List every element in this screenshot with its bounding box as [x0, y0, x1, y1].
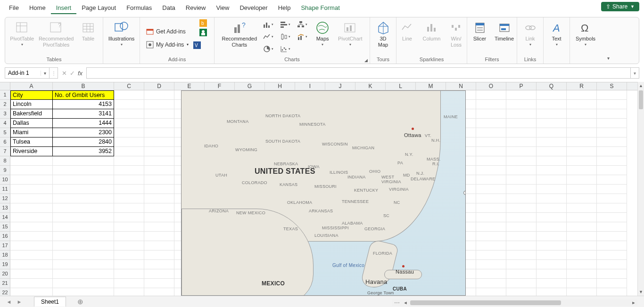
cell-B8[interactable]: [53, 156, 114, 166]
menu-formulas[interactable]: Formulas: [121, 1, 157, 14]
text-button[interactable]: A Text ▾: [546, 19, 568, 48]
get-addins-button[interactable]: Get Add-ins: [144, 26, 188, 37]
menu-shape-format[interactable]: Shape Format: [296, 1, 345, 14]
cell-P22[interactable]: [506, 288, 537, 296]
column-header-M[interactable]: M: [416, 82, 446, 90]
menu-page-layout[interactable]: Page Layout: [76, 1, 121, 14]
column-header-R[interactable]: R: [567, 82, 597, 90]
cell-R18[interactable]: [567, 250, 597, 260]
sparkline-winloss-button[interactable]: Win/ Loss: [446, 19, 467, 49]
add-sheet-button[interactable]: ⊕: [77, 298, 83, 306]
cell-S4[interactable]: [597, 119, 627, 128]
cell-P10[interactable]: [506, 175, 537, 185]
cell-B6[interactable]: 2840: [53, 137, 114, 147]
cell-D7[interactable]: [144, 147, 174, 156]
row-header-5[interactable]: 5: [0, 128, 10, 137]
row-header-3[interactable]: 3: [0, 109, 10, 119]
cell-R10[interactable]: [567, 175, 597, 185]
cell-D19[interactable]: [144, 260, 174, 269]
cell-D17[interactable]: [144, 241, 174, 250]
row-header-12[interactable]: 12: [0, 194, 10, 203]
cell-S15[interactable]: [597, 222, 627, 232]
column-header-K[interactable]: K: [355, 82, 386, 90]
row-header-22[interactable]: 22: [0, 288, 10, 296]
share-button[interactable]: ⇪ Share ▼: [601, 2, 639, 11]
cell-A5[interactable]: Miami: [10, 128, 53, 137]
cell-R4[interactable]: [567, 119, 597, 128]
sheet-tab[interactable]: Sheet1: [34, 297, 66, 307]
cell-Q14[interactable]: [537, 213, 567, 222]
row-header-14[interactable]: 14: [0, 213, 10, 222]
cell-P9[interactable]: [506, 166, 537, 175]
cell-D11[interactable]: [144, 185, 174, 194]
cell-R20[interactable]: [567, 269, 597, 279]
cell-D8[interactable]: [144, 156, 174, 166]
cell-Q12[interactable]: [537, 194, 567, 203]
cell-R8[interactable]: [567, 156, 597, 166]
menu-home[interactable]: Home: [24, 1, 51, 14]
row-header-16[interactable]: 16: [0, 232, 10, 241]
cell-S20[interactable]: [597, 269, 627, 279]
cell-P4[interactable]: [506, 119, 537, 128]
namebox-expand[interactable]: ⋮: [50, 67, 58, 79]
cell-S17[interactable]: [597, 241, 627, 250]
timeline-button[interactable]: Timeline: [494, 19, 515, 43]
cell-C22[interactable]: [114, 288, 144, 296]
pivottable-button[interactable]: PivotTable ▾: [9, 19, 35, 48]
cell-D4[interactable]: [144, 119, 174, 128]
illustrations-button[interactable]: Illustrations ▾: [107, 19, 136, 48]
cell-A14[interactable]: [10, 213, 53, 222]
cell-A8[interactable]: [10, 156, 53, 166]
scroll-split-icon[interactable]: ⋯: [392, 299, 402, 306]
cell-A1[interactable]: City: [10, 90, 53, 100]
cell-O16[interactable]: [476, 232, 506, 241]
cell-O4[interactable]: [476, 119, 506, 128]
cell-R7[interactable]: [567, 147, 597, 156]
cell-B3[interactable]: 3141: [53, 109, 114, 119]
cell-R14[interactable]: [567, 213, 597, 222]
cell-P5[interactable]: [506, 128, 537, 137]
statistic-chart-button[interactable]: ▾: [279, 32, 292, 42]
cell-R16[interactable]: [567, 232, 597, 241]
cell-D15[interactable]: [144, 222, 174, 232]
cell-C19[interactable]: [114, 260, 144, 269]
cell-B9[interactable]: [53, 166, 114, 175]
cell-O18[interactable]: [476, 250, 506, 260]
cell-S1[interactable]: [597, 90, 627, 100]
sparkline-line-button[interactable]: Line: [396, 19, 418, 43]
cell-C1[interactable]: [114, 90, 144, 100]
resize-handle-right[interactable]: [463, 191, 466, 195]
cell-O2[interactable]: [476, 100, 506, 109]
charts-dialog-launcher[interactable]: ◢: [364, 58, 368, 63]
cell-Q11[interactable]: [537, 185, 567, 194]
cell-Q7[interactable]: [537, 147, 567, 156]
hierarchy-chart-button[interactable]: ▾: [296, 19, 309, 30]
scroll-right-icon[interactable]: ►: [630, 300, 637, 305]
cell-B14[interactable]: [53, 213, 114, 222]
row-header-6[interactable]: 6: [0, 137, 10, 147]
cell-O10[interactable]: [476, 175, 506, 185]
column-header-F[interactable]: F: [205, 82, 235, 90]
cell-A19[interactable]: [10, 260, 53, 269]
cell-Q13[interactable]: [537, 203, 567, 213]
cell-A21[interactable]: [10, 279, 53, 288]
symbols-button[interactable]: Ω Symbols ▾: [574, 19, 597, 48]
cell-R2[interactable]: [567, 100, 597, 109]
3d-map-button[interactable]: 3D Map: [372, 19, 394, 49]
cell-R11[interactable]: [567, 185, 597, 194]
cell-D12[interactable]: [144, 194, 174, 203]
cell-A16[interactable]: [10, 232, 53, 241]
cell-C14[interactable]: [114, 213, 144, 222]
row-header-15[interactable]: 15: [0, 222, 10, 232]
column-header-H[interactable]: H: [265, 82, 295, 90]
cell-P3[interactable]: [506, 109, 537, 119]
cell-A22[interactable]: [10, 288, 53, 296]
cell-R15[interactable]: [567, 222, 597, 232]
table-button[interactable]: Table: [77, 19, 99, 43]
cell-D9[interactable]: [144, 166, 174, 175]
cell-R19[interactable]: [567, 260, 597, 269]
visio-addin-icon[interactable]: V: [193, 41, 201, 49]
cell-P19[interactable]: [506, 260, 537, 269]
cell-A6[interactable]: Tulsea: [10, 137, 53, 147]
sheet-prev-icon[interactable]: ◄: [4, 299, 14, 305]
